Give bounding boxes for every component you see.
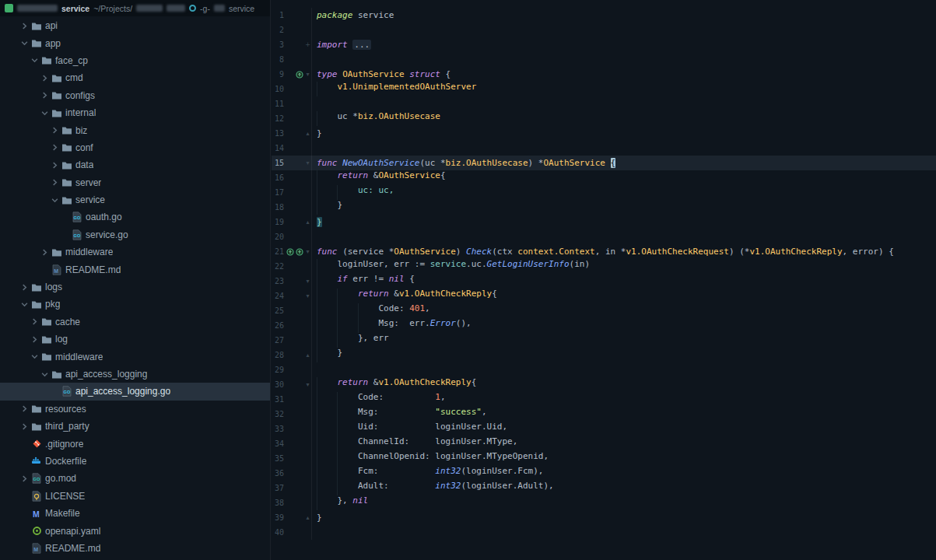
code-line[interactable]: 10v1.UnimplementedOAuthServer: [272, 82, 936, 96]
chevron-right-icon[interactable]: [19, 284, 30, 291]
code-line[interactable]: 13▴}: [272, 126, 936, 141]
code-line[interactable]: 30▾return &v1.OAuthCheckReply{: [272, 377, 936, 392]
code-line[interactable]: 16return &OAuthService{: [272, 170, 936, 185]
tree-item-resources[interactable]: resources: [0, 401, 270, 418]
code-line[interactable]: 29: [272, 362, 936, 377]
tree-item-data[interactable]: data: [0, 156, 270, 173]
tree-item-third-party[interactable]: third_party: [0, 418, 270, 435]
tree-item-license[interactable]: LICENSE: [0, 488, 270, 505]
tree-item-log[interactable]: log: [0, 331, 270, 348]
chevron-down-icon[interactable]: [19, 40, 30, 47]
code-line[interactable]: 9▾type OAuthService struct {: [272, 67, 936, 82]
code-line[interactable]: 39▴}: [272, 510, 936, 525]
tree-item-cmd[interactable]: cmd: [0, 69, 270, 86]
code-line[interactable]: 8: [272, 52, 936, 67]
code-line[interactable]: 37Adult: int32(loginUser.Adult),: [272, 481, 936, 495]
tree-item-api-access-logging-go[interactable]: GOapi_access_logging.go: [0, 383, 270, 400]
chevron-right-icon[interactable]: [49, 127, 60, 134]
code-line[interactable]: 25Code: 401,: [272, 303, 936, 318]
tree-item-dockerfile[interactable]: Dockerfile: [0, 453, 270, 470]
fold-marker[interactable]: ▾: [304, 67, 312, 82]
code-line[interactable]: 17uc: uc,: [272, 185, 936, 200]
implementation-marker-icon[interactable]: [286, 248, 294, 256]
code-line[interactable]: 11: [272, 96, 936, 111]
code-line[interactable]: 15▾func NewOAuthService(uc *biz.OAuthUse…: [272, 156, 936, 170]
code-line[interactable]: 20: [272, 229, 936, 244]
code-line[interactable]: 24▾return &v1.OAuthCheckReply{: [272, 289, 936, 303]
code-line[interactable]: 33Uid: loginUser.Uid,: [272, 422, 936, 436]
tree-item-biz[interactable]: biz: [0, 121, 270, 138]
fold-marker[interactable]: ▴: [304, 510, 312, 525]
code-line[interactable]: 1package service: [272, 8, 936, 23]
code-line[interactable]: 23▾if err != nil {: [272, 274, 936, 289]
tree-item-service-go[interactable]: GOservice.go: [0, 226, 270, 243]
chevron-down-icon[interactable]: [39, 110, 50, 117]
chevron-right-icon[interactable]: [19, 423, 30, 430]
code-line[interactable]: 26Msg: err.Error(),: [272, 318, 936, 333]
fold-marker[interactable]: ▴: [304, 215, 312, 229]
tree-item-readme-md[interactable]: MREADME.md: [0, 261, 270, 278]
tree-item-app[interactable]: app: [0, 34, 270, 51]
fold-marker[interactable]: ▴: [304, 126, 312, 141]
chevron-right-icon[interactable]: [49, 144, 60, 151]
fold-marker[interactable]: ▾: [304, 244, 312, 259]
implementation-marker-icon[interactable]: [296, 248, 303, 256]
tree-item-gitignore[interactable]: .gitignore: [0, 435, 270, 452]
chevron-down-icon[interactable]: [29, 353, 40, 360]
tree-item-service[interactable]: service: [0, 191, 270, 208]
chevron-right-icon[interactable]: [19, 23, 30, 30]
fold-marker[interactable]: ▾: [304, 274, 312, 289]
chevron-down-icon[interactable]: [49, 197, 60, 204]
tree-item-configs[interactable]: configs: [0, 87, 270, 104]
tree-item-readme-md[interactable]: MREADME.md: [0, 540, 270, 557]
tree-item-middleware[interactable]: middleware: [0, 243, 270, 261]
code-line[interactable]: 22loginUser, err := service.uc.GetLoginU…: [272, 259, 936, 274]
tree-item-openapi-yaml[interactable]: openapi.yaml: [0, 522, 270, 539]
code-line[interactable]: 21▾func (service *OAuthService) Check(ct…: [272, 244, 936, 259]
fold-marker[interactable]: ▾: [304, 289, 312, 303]
chevron-right-icon[interactable]: [39, 75, 50, 82]
tree-item-api[interactable]: api: [0, 17, 270, 34]
chevron-right-icon[interactable]: [29, 318, 40, 325]
chevron-right-icon[interactable]: [29, 336, 40, 343]
tree-item-pkg[interactable]: pkg: [0, 296, 270, 313]
code-line[interactable]: 28▴}: [272, 348, 936, 362]
tree-item-middleware[interactable]: middleware: [0, 348, 270, 365]
chevron-right-icon[interactable]: [39, 249, 50, 256]
tree-item-face-cp[interactable]: face_cp: [0, 52, 270, 69]
chevron-right-icon[interactable]: [39, 92, 50, 99]
tree-item-conf[interactable]: conf: [0, 139, 270, 156]
code-line[interactable]: 12uc *biz.OAuthUsecase: [272, 111, 936, 126]
code-line[interactable]: 18}: [272, 200, 936, 215]
chevron-down-icon[interactable]: [19, 301, 30, 308]
code-line[interactable]: 38}, nil: [272, 495, 936, 510]
chevron-down-icon[interactable]: [29, 57, 40, 64]
editor-panel[interactable]: 1package service23+import ...89▾type OAu…: [272, 0, 936, 560]
tree-item-api-access-logging[interactable]: api_access_logging: [0, 366, 270, 383]
chevron-right-icon[interactable]: [19, 475, 30, 482]
code-line[interactable]: 2: [272, 23, 936, 37]
code-line[interactable]: 31Code: 1,: [272, 392, 936, 407]
tree-item-internal[interactable]: internal: [0, 104, 270, 121]
tree-item-go-mod[interactable]: GOgo.mod: [0, 470, 270, 487]
tree-item-oauth-go[interactable]: GOoauth.go: [0, 208, 270, 226]
tree-item-server[interactable]: server: [0, 174, 270, 191]
code-line[interactable]: 14: [272, 141, 936, 156]
fold-marker[interactable]: ▾: [304, 156, 312, 170]
code-line[interactable]: 40: [272, 525, 936, 540]
code-line[interactable]: 35ChannelOpenid: loginUser.MTypeOpenid,: [272, 451, 936, 466]
chevron-down-icon[interactable]: [39, 371, 50, 378]
tree-item-logs[interactable]: logs: [0, 278, 270, 296]
fold-marker[interactable]: ▴: [304, 348, 312, 362]
tree-item-makefile[interactable]: MMakefile: [0, 505, 270, 522]
code-line[interactable]: 27}, err: [272, 333, 936, 348]
implementation-marker-icon[interactable]: [296, 71, 303, 79]
tree-item-cache[interactable]: cache: [0, 313, 270, 331]
code-line[interactable]: 34ChannelId: loginUser.MType,: [272, 436, 936, 451]
chevron-right-icon[interactable]: [49, 179, 60, 186]
fold-marker[interactable]: ▾: [304, 377, 312, 392]
code-line[interactable]: 32Msg: "success",: [272, 407, 936, 422]
chevron-right-icon[interactable]: [19, 405, 30, 412]
code-line[interactable]: 36Fcm: int32(loginUser.Fcm),: [272, 466, 936, 481]
chevron-right-icon[interactable]: [49, 162, 60, 169]
